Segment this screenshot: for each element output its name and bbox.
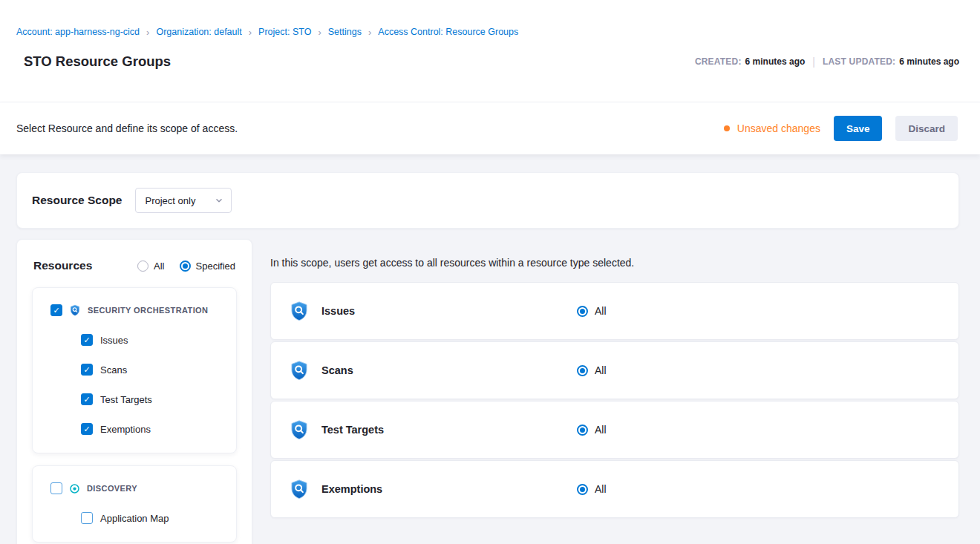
security-orchestration-checkbox[interactable] — [50, 304, 62, 316]
unsaved-dot-icon — [724, 125, 730, 131]
resources-title: Resources — [33, 259, 122, 272]
access-row-label: Exemptions — [321, 483, 382, 495]
breadcrumb-link-project[interactable]: Project: STO — [258, 27, 311, 37]
radio-selected-icon[interactable] — [577, 484, 588, 495]
chevron-down-icon — [214, 195, 224, 206]
exemptions-checkbox[interactable] — [81, 423, 93, 435]
created-label: CREATED: — [695, 56, 742, 67]
unsaved-changes-indicator: Unsaved changes — [724, 122, 820, 134]
breadcrumb-link-account[interactable]: Account: app-harness-ng-cicd — [16, 27, 140, 37]
chevron-right-icon: › — [249, 27, 252, 37]
breadcrumb: Account: app-harness-ng-cicd › Organizat… — [16, 27, 959, 37]
last-updated-value: 6 minutes ago — [899, 56, 959, 67]
access-all-radio[interactable]: All — [577, 424, 607, 436]
resource-item-application-map: Application Map — [33, 503, 236, 533]
created-value: 6 minutes ago — [745, 56, 806, 67]
chevron-right-icon: › — [368, 27, 371, 37]
radio-unselected-icon[interactable] — [137, 260, 148, 272]
radio-selected-icon[interactable] — [577, 306, 588, 317]
sto-shield-icon — [289, 300, 310, 322]
resource-item-exemptions: Exemptions — [33, 414, 236, 444]
resource-item-scans: Scans — [33, 355, 236, 384]
resources-mode-all-radio[interactable]: All — [137, 260, 164, 272]
save-button[interactable]: Save — [834, 116, 883, 141]
radio-selected-icon[interactable] — [577, 425, 588, 436]
access-row-label: Scans — [321, 364, 353, 376]
resource-item-test-targets: Test Targets — [33, 384, 236, 414]
access-all-label: All — [595, 305, 607, 317]
scans-checkbox[interactable] — [81, 364, 93, 376]
access-all-radio[interactable]: All — [577, 483, 607, 495]
resource-group-discovery: DISCOVERY Application Map — [32, 465, 237, 543]
group-header-row: SECURITY ORCHESTRATION — [33, 295, 236, 325]
issues-checkbox[interactable] — [81, 334, 93, 346]
meta-divider: | — [812, 56, 815, 68]
resource-item-issues: Issues — [33, 325, 236, 355]
unsaved-changes-label: Unsaved changes — [737, 122, 820, 134]
scope-access-description: In this scope, users get access to all r… — [270, 255, 959, 270]
breadcrumb-link-resource-groups[interactable]: Access Control: Resource Groups — [378, 27, 518, 37]
last-updated-label: LAST UPDATED: — [823, 56, 895, 67]
radio-selected-icon[interactable] — [180, 260, 191, 272]
content-columns: Resources All Specified SECUR — [16, 239, 959, 544]
access-row-label: Issues — [321, 305, 355, 317]
resource-group-security-orchestration: SECURITY ORCHESTRATION Issues Scans Test… — [32, 287, 237, 453]
access-all-radio[interactable]: All — [577, 364, 607, 376]
access-all-label: All — [595, 364, 607, 376]
exemptions-label: Exemptions — [100, 424, 151, 435]
access-row-exemptions: Exemptions All — [270, 460, 959, 518]
access-row-label: Test Targets — [321, 424, 384, 436]
resource-scope-selected-value: Project only — [145, 195, 195, 206]
header-meta: CREATED: 6 minutes ago | LAST UPDATED: 6… — [695, 56, 959, 68]
test-targets-checkbox[interactable] — [81, 393, 93, 405]
group-label: SECURITY ORCHESTRATION — [88, 306, 208, 315]
toolbar-actions: Unsaved changes Save Discard — [724, 116, 958, 141]
sto-shield-icon — [289, 478, 310, 500]
discard-button[interactable]: Discard — [895, 116, 958, 141]
chevron-right-icon: › — [146, 27, 149, 37]
page-header: Account: app-harness-ng-cicd › Organizat… — [0, 0, 980, 102]
scans-label: Scans — [100, 364, 127, 376]
chevron-right-icon: › — [318, 27, 321, 37]
content-area: Resource Scope Project only Resources Al… — [0, 154, 980, 544]
resources-mode-specified-radio[interactable]: Specified — [180, 260, 235, 272]
page: Account: app-harness-ng-cicd › Organizat… — [0, 0, 980, 544]
discovery-checkbox[interactable] — [50, 482, 62, 494]
action-toolbar: Select Resource and define its scope of … — [0, 102, 980, 154]
access-all-radio[interactable]: All — [577, 305, 607, 317]
access-row-issues: Issues All — [270, 282, 959, 340]
sto-shield-icon — [289, 359, 310, 381]
issues-label: Issues — [100, 335, 128, 346]
resources-mode-all-label: All — [154, 260, 164, 272]
breadcrumb-link-organization[interactable]: Organization: default — [156, 27, 241, 37]
access-all-label: All — [595, 424, 607, 436]
access-all-label: All — [595, 483, 607, 495]
toolbar-description: Select Resource and define its scope of … — [16, 122, 724, 134]
title-row: STO Resource Groups CREATED: 6 minutes a… — [16, 53, 959, 70]
breadcrumb-link-settings[interactable]: Settings — [328, 27, 362, 37]
application-map-checkbox[interactable] — [81, 512, 93, 524]
sto-shield-icon — [289, 419, 310, 441]
resources-panel: Resources All Specified SECUR — [16, 239, 252, 544]
resource-scope-select[interactable]: Project only — [135, 188, 232, 213]
discovery-target-icon — [69, 483, 80, 494]
resource-scope-card: Resource Scope Project only — [16, 172, 959, 229]
scope-access-column: In this scope, users get access to all r… — [270, 239, 959, 520]
sto-shield-icon — [69, 304, 81, 316]
resource-scope-title: Resource Scope — [32, 194, 122, 207]
access-row-scans: Scans All — [270, 341, 959, 399]
access-row-test-targets: Test Targets All — [270, 401, 959, 459]
resources-panel-header: Resources All Specified — [17, 240, 252, 287]
group-header-row: DISCOVERY — [33, 473, 236, 503]
radio-selected-icon[interactable] — [577, 365, 588, 376]
page-title: STO Resource Groups — [24, 53, 171, 70]
test-targets-label: Test Targets — [100, 394, 152, 405]
resources-mode-specified-label: Specified — [196, 260, 235, 272]
application-map-label: Application Map — [100, 513, 169, 524]
group-label: DISCOVERY — [87, 484, 137, 493]
